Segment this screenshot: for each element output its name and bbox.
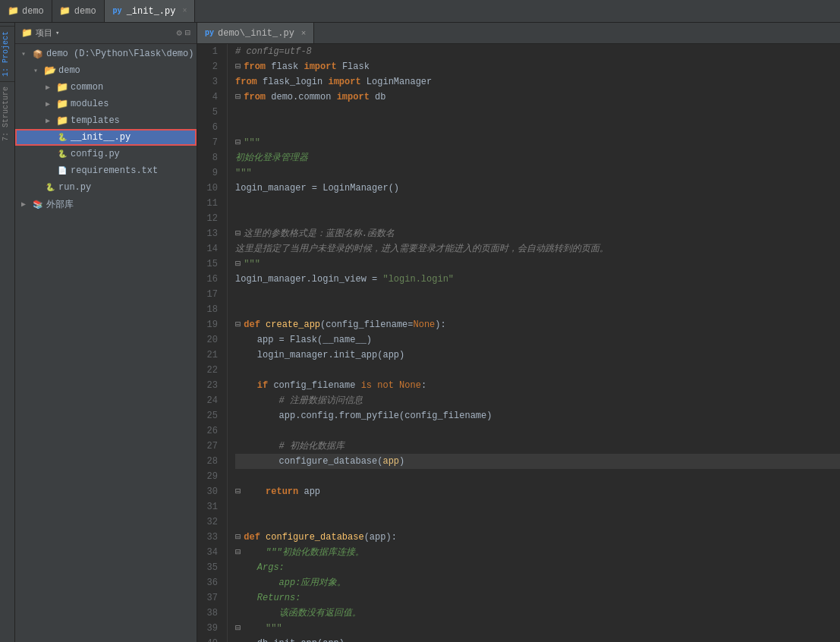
layout-icon[interactable]: ⊟ [185,27,190,39]
expand-arrow[interactable]: ▶ [46,116,56,125]
tab-label-init: _init_.py [127,6,176,17]
tree-extlib[interactable]: ▶ 📚 外部库 [15,196,197,212]
line-num-14: 14 [197,241,222,256]
extlib-icon: 📚 [32,198,44,210]
line-num-26: 26 [197,423,222,439]
line-num-8: 8 [197,150,222,165]
tree-templates[interactable]: ▶ 📁 templates [15,112,197,129]
code-line-12 [235,211,840,226]
editor-tab-close[interactable]: × [301,29,307,38]
tab-demo1[interactable]: 📁 demo [0,0,52,22]
code-line-9: """ [235,165,840,181]
line-num-40: 40 [197,636,222,642]
line-num-24: 24 [197,393,222,408]
tree-common[interactable]: ▶ 📁 common [15,79,197,96]
editor-tab-label: demo\_init_.py [218,28,294,39]
code-line-14: 这里是指定了当用户未登录的时候，进入需要登录才能进入的页面时，会自动跳转到的页面… [235,241,840,256]
fold-marker-34: ⊟ [235,545,241,560]
panel-header: 📁 项目 ▾ ⚙ ⊟ [15,23,197,44]
line-num-18: 18 [197,302,222,317]
tree-demo-folder[interactable]: ▾ 📂 demo [15,62,197,79]
code-line-6 [235,120,840,135]
code-line-24: # 注册数据访问信息 [235,393,840,408]
code-line-25: app.config.from_pyfile(config_filename) [235,408,840,423]
tab-close-icon[interactable]: × [182,7,187,15]
expand-arrow[interactable]: ▶ [46,99,56,109]
py-icon: 🐍 [56,131,68,143]
tree-label-run-py: run.py [58,182,197,193]
project-vtab[interactable]: 1: Project [0,26,14,81]
line-num-7: 7 [197,135,222,150]
tree-label-templates: templates [71,115,197,126]
code-line-18 [235,302,840,317]
code-line-38: 该函数没有返回值。 [235,606,840,621]
code-line-19: ⊟def create_app(config_filename=None): [235,317,840,332]
expand-arrow[interactable]: ▾ [21,49,32,58]
line-num-32: 32 [197,515,222,530]
line-num-37: 37 [197,590,222,606]
folder-icon2: 📁 [60,6,71,17]
tree-label-config-py: config.py [71,149,197,159]
line-num-25: 25 [197,408,222,423]
fold-marker-2: ⊟ [235,59,241,74]
line-num-36: 36 [197,575,222,590]
line-num-30: 30 [197,484,222,499]
tree-run-py[interactable]: 🐍 run.py [15,179,197,196]
line-num-15: 15 [197,256,222,272]
line-num-35: 35 [197,560,222,575]
code-line-22 [235,363,840,378]
tab-init-py[interactable]: py _init_.py × [105,0,196,22]
code-line-33: ⊟def configure_database(app): [235,530,840,545]
folder-icon: 📁 [56,115,68,127]
line-num-16: 16 [197,272,222,287]
code-line-17 [235,287,840,302]
line-num-6: 6 [197,120,222,135]
py-icon: 🐍 [56,148,68,160]
line-num-22: 22 [197,363,222,378]
tree-init-py[interactable]: 🐍 __init__.py [15,129,197,146]
tree-root-demo[interactable]: ▾ 📦 demo (D:\Python\Flask\demo) [15,46,197,62]
line-num-23: 23 [197,378,222,393]
panel-dropdown-icon[interactable]: ▾ [55,29,59,37]
line-numbers: 1 2 3 4 5 6 7 8 9 10 11 12 13 14 15 16 1 [197,44,228,642]
tree-label-req: requirements.txt [71,165,197,176]
line-num-1: 1 [197,44,222,59]
code-line-28: configure_database(app) [235,454,840,469]
panel-actions: ⚙ ⊟ [177,27,190,39]
settings-icon[interactable]: ⚙ [177,27,182,39]
tab-demo2[interactable]: 📁 demo [52,0,105,22]
code-content[interactable]: 1 2 3 4 5 6 7 8 9 10 11 12 13 14 15 16 1 [197,44,840,642]
panel-title: 项目 [36,27,52,39]
editor-tab-icon: py [205,29,214,37]
panel-folder-icon: 📁 [21,27,33,39]
expand-arrow[interactable]: ▶ [21,200,32,209]
code-line-1: # config=utf-8 [235,44,840,59]
code-line-10: login_manager = LoginManager() [235,181,840,196]
code-line-3: from flask_login import LoginManager [235,74,840,90]
editor-tab-init[interactable]: py demo\_init_.py × [197,23,314,43]
line-num-10: 10 [197,181,222,196]
code-editor[interactable]: py demo\_init_.py × 1 2 3 4 5 6 7 8 9 [197,23,840,642]
tree-requirements[interactable]: 📄 requirements.txt [15,162,197,179]
code-lines[interactable]: # config=utf-8 ⊟from flask import Flask … [228,44,840,642]
tree-label-extlib: 外部库 [46,198,197,211]
structure-vtab[interactable]: 7: Structure [0,81,14,146]
fold-marker-13: ⊟ [235,226,241,241]
code-line-7: ⊟""" [235,135,840,150]
code-line-29 [235,469,840,484]
file-tree: ▾ 📦 demo (D:\Python\Flask\demo) ▾ 📂 demo… [15,44,197,642]
py-file-icon: py [112,6,123,17]
txt-icon: 📄 [56,165,68,177]
expand-arrow[interactable]: ▾ [33,66,44,75]
code-line-31 [235,499,840,515]
expand-arrow[interactable]: ▶ [46,83,56,92]
folder-icon: 📁 [8,6,18,17]
tree-config-py[interactable]: 🐍 config.py [15,146,197,162]
line-num-20: 20 [197,332,222,348]
tree-label-modules: modules [71,99,197,109]
fold-marker-33: ⊟ [235,530,241,545]
tab-label-demo2: demo [74,6,96,17]
line-num-33: 33 [197,530,222,545]
folder-open-icon: 📂 [44,65,56,77]
tree-modules[interactable]: ▶ 📁 modules [15,96,197,112]
